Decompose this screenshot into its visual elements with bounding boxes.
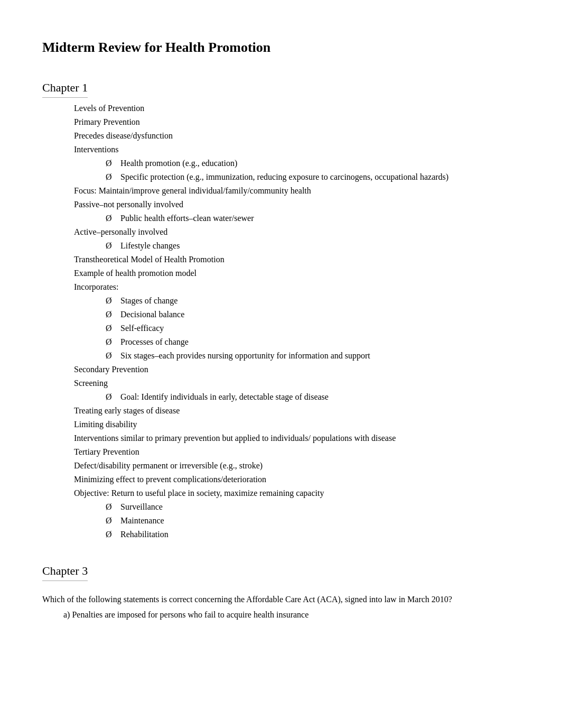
bullet-char-1: Ø (106, 157, 120, 170)
bullet-maintenance: Ø Maintenance (106, 514, 519, 527)
bullet-processes: Ø Processes of change (106, 336, 519, 348)
chapter1-block: Chapter 1 Levels of Prevention Primary P… (42, 73, 519, 541)
bullet-char-5: Ø (106, 294, 120, 307)
chapter3-question: Which of the following statements is cor… (42, 593, 519, 606)
bullet-self-efficacy: Ø Self-efficacy (106, 322, 519, 335)
secondary-prevention: Secondary Prevention (74, 363, 519, 376)
bullet-health-promotion: Ø Health promotion (e.g., education) (106, 157, 519, 170)
bullet-char-2: Ø (106, 171, 120, 183)
bullet-char-4: Ø (106, 239, 120, 252)
levels-of-prevention: Levels of Prevention (74, 102, 519, 115)
interventions-similar-line: Interventions similar to primary prevent… (74, 432, 519, 445)
bullet-surveillance-text: Surveillance (120, 501, 519, 513)
primary-prevention: Primary Prevention (74, 116, 519, 128)
bullet-specific-protection: Ø Specific protection (e.g., immunizatio… (106, 171, 519, 183)
bullet-specific-protection-text: Specific protection (e.g., immunization,… (120, 171, 519, 183)
bullet-stages-text: Stages of change (120, 294, 519, 307)
screening-line: Screening (74, 377, 519, 390)
treating-early-line: Treating early stages of disease (74, 404, 519, 417)
bullet-decisional: Ø Decisional balance (106, 308, 519, 321)
limiting-disability-line: Limiting disability (74, 418, 519, 431)
chapter3-block: Chapter 3 Which of the following stateme… (42, 557, 519, 621)
bullet-char-11: Ø (106, 501, 120, 513)
objective-line: Objective: Return to useful place in soc… (74, 487, 519, 500)
tertiary-prevention: Tertiary Prevention (74, 446, 519, 458)
bullet-six-stages: Ø Six stages–each provides nursing oppor… (106, 349, 519, 362)
bullet-char-8: Ø (106, 336, 120, 348)
bullet-char-7: Ø (106, 322, 120, 335)
bullet-processes-text: Processes of change (120, 336, 519, 348)
bullet-six-stages-text: Six stages–each provides nursing opportu… (120, 349, 519, 362)
bullet-goal: Ø Goal: Identify individuals in early, d… (106, 391, 519, 403)
precedes-line: Precedes disease/dysfunction (74, 130, 519, 142)
bullet-lifestyle-text: Lifestyle changes (120, 239, 519, 252)
page-title: Midterm Review for Health Promotion (42, 37, 519, 58)
bullet-stages: Ø Stages of change (106, 294, 519, 307)
chapter3-heading: Chapter 3 (42, 562, 88, 581)
bullet-public-health-text: Public health efforts–clean water/sewer (120, 212, 519, 225)
focus-line: Focus: Maintain/improve general individu… (74, 185, 519, 197)
bullet-self-efficacy-text: Self-efficacy (120, 322, 519, 335)
bullet-public-health: Ø Public health efforts–clean water/sewe… (106, 212, 519, 225)
bullet-rehabilitation: Ø Rehabilitation (106, 528, 519, 541)
bullet-char-10: Ø (106, 391, 120, 403)
bullet-maintenance-text: Maintenance (120, 514, 519, 527)
defect-line: Defect/disability permanent or irreversi… (74, 459, 519, 472)
bullet-surveillance: Ø Surveillance (106, 501, 519, 513)
answer-a-text: Penalties are imposed for persons who fa… (72, 610, 308, 619)
chapter1-heading: Chapter 1 (42, 79, 88, 98)
bullet-lifestyle: Ø Lifestyle changes (106, 239, 519, 252)
bullet-char-13: Ø (106, 528, 120, 541)
interventions-line: Interventions (74, 143, 519, 156)
bullet-health-promotion-text: Health promotion (e.g., education) (120, 157, 519, 170)
transtheoretical-line: Transtheoretical Model of Health Promoti… (74, 253, 519, 266)
active-line: Active–personally involved (74, 226, 519, 238)
chapter3-answer-a: a) Penalties are imposed for persons who… (63, 609, 519, 621)
answer-a-label: a) (63, 610, 72, 619)
minimizing-line: Minimizing effect to prevent complicatio… (74, 473, 519, 486)
example-line: Example of health promotion model (74, 267, 519, 280)
bullet-goal-text: Goal: Identify individuals in early, det… (120, 391, 519, 403)
bullet-rehabilitation-text: Rehabilitation (120, 528, 519, 541)
bullet-char-3: Ø (106, 212, 120, 225)
bullet-char-9: Ø (106, 349, 120, 362)
incorporates-line: Incorporates: (74, 281, 519, 293)
bullet-char-6: Ø (106, 308, 120, 321)
bullet-decisional-text: Decisional balance (120, 308, 519, 321)
bullet-char-12: Ø (106, 514, 120, 527)
passive-line: Passive–not personally involved (74, 198, 519, 211)
